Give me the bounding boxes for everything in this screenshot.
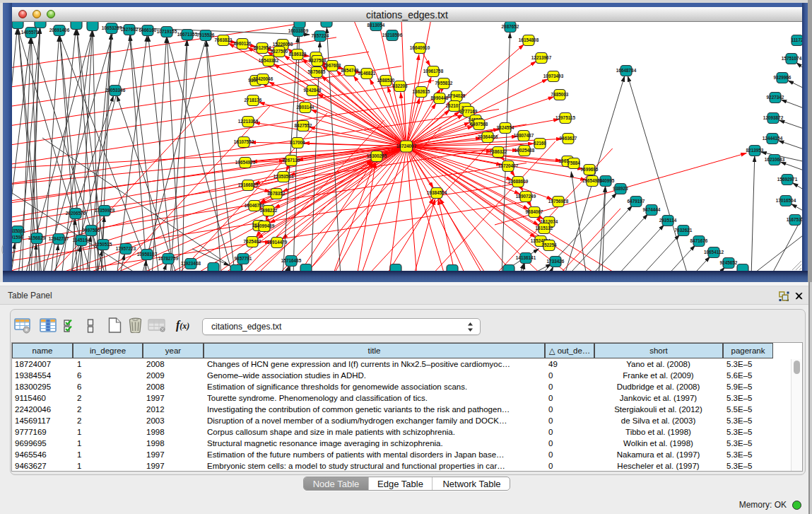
svg-text:17957223: 17957223	[116, 246, 136, 251]
svg-text:1733426: 1733426	[547, 259, 565, 264]
svg-text:18300295: 18300295	[367, 153, 387, 158]
svg-text:7515526: 7515526	[197, 33, 215, 37]
svg-text:20364436: 20364436	[478, 134, 498, 139]
svg-text:9242848: 9242848	[304, 88, 322, 93]
svg-text:2087652: 2087652	[502, 24, 519, 29]
svg-text:19654925: 19654925	[235, 160, 256, 165]
svg-text:19756928: 19756928	[548, 199, 569, 204]
svg-text:12975115: 12975115	[555, 115, 576, 120]
svg-text:9699695: 9699695	[581, 167, 599, 172]
svg-text:938923: 938923	[613, 186, 628, 191]
svg-text:6466160: 6466160	[139, 28, 157, 33]
svg-text:10653267: 10653267	[102, 25, 122, 30]
svg-text:9777169: 9777169	[460, 109, 478, 114]
svg-text:18907249: 18907249	[516, 194, 536, 199]
svg-text:2935114: 2935114	[659, 218, 677, 223]
svg-text:391594: 391594	[12, 235, 23, 240]
svg-text:12353594: 12353594	[273, 174, 294, 179]
svg-text:12444154: 12444154	[763, 136, 783, 141]
svg-text:1615132: 1615132	[536, 226, 553, 230]
svg-text:1498222: 1498222	[260, 208, 278, 213]
svg-text:9997586: 9997586	[83, 228, 100, 233]
svg-text:11923468: 11923468	[181, 261, 201, 266]
svg-text:8213953: 8213953	[746, 148, 764, 153]
svg-text:7485003: 7485003	[551, 92, 569, 97]
svg-text:15692971: 15692971	[777, 177, 798, 182]
svg-text:8960126: 8960126	[234, 41, 252, 46]
svg-text:19166825: 19166825	[238, 182, 259, 187]
svg-text:14136141: 14136141	[516, 255, 536, 260]
svg-text:14055712: 14055712	[21, 30, 42, 35]
svg-text:29053346: 29053346	[105, 88, 126, 93]
svg-text:10654112: 10654112	[704, 250, 724, 255]
svg-text:1527602: 1527602	[121, 27, 139, 32]
svg-text:10046786: 10046786	[245, 203, 265, 208]
svg-text:8186328: 8186328	[289, 52, 307, 57]
svg-text:14099489: 14099489	[254, 223, 275, 228]
svg-text:9857791: 9857791	[235, 256, 252, 261]
svg-text:23420046: 23420046	[253, 76, 273, 81]
svg-text:20206576: 20206576	[66, 211, 86, 216]
svg-text:9329966: 9329966	[774, 75, 792, 80]
svg-text:1145194: 1145194	[73, 238, 90, 243]
svg-text:18724007: 18724007	[396, 144, 417, 148]
svg-text:3824554: 3824554	[497, 125, 514, 130]
svg-text:15720407: 15720407	[498, 163, 519, 168]
svg-text:10961758: 10961758	[423, 69, 444, 74]
svg-text:6497568: 6497568	[471, 122, 488, 127]
svg-text:15751074: 15751074	[782, 56, 802, 61]
svg-text:2718176: 2718176	[245, 98, 262, 103]
svg-text:9684067: 9684067	[526, 209, 543, 214]
svg-text:8454749: 8454749	[341, 68, 359, 73]
svg-text:10688609: 10688609	[508, 179, 529, 184]
svg-text:2967608: 2967608	[324, 63, 341, 68]
svg-text:10025488: 10025488	[514, 148, 535, 153]
svg-text:252254: 252254	[541, 243, 557, 247]
svg-text:7955812: 7955812	[435, 81, 453, 86]
svg-text:10973493: 10973493	[543, 74, 564, 78]
svg-text:16671355: 16671355	[177, 32, 198, 37]
svg-text:8427552: 8427552	[295, 123, 312, 128]
svg-text:8678352: 8678352	[268, 191, 286, 196]
svg-text:17016504: 17016504	[776, 198, 796, 203]
svg-text:75884: 75884	[567, 160, 580, 165]
svg-text:12942737: 12942737	[49, 236, 69, 241]
svg-text:16154808: 16154808	[519, 37, 539, 42]
svg-text:7663822: 7663822	[215, 37, 233, 42]
svg-text:10958107: 10958107	[137, 252, 158, 257]
svg-text:16033809: 16033809	[288, 28, 309, 33]
svg-text:10807487: 10807487	[514, 133, 534, 138]
svg-text:1588520: 1588520	[377, 78, 395, 83]
svg-text:9327508: 9327508	[309, 58, 326, 63]
svg-text:7386322: 7386322	[490, 149, 507, 154]
svg-text:16648784: 16648784	[616, 68, 637, 73]
svg-text:7632621: 7632621	[675, 228, 693, 233]
svg-text:832203: 832203	[392, 83, 408, 88]
svg-text:2803144: 2803144	[297, 105, 314, 110]
svg-text:1362615: 1362615	[413, 89, 430, 94]
svg-text:8990448: 8990448	[431, 95, 449, 100]
svg-text:8267130: 8267130	[283, 158, 300, 163]
svg-text:16640910: 16640910	[410, 45, 430, 50]
svg-text:19384554: 19384554	[427, 190, 447, 195]
svg-text:9463627: 9463627	[560, 136, 577, 141]
svg-text:12213967: 12213967	[531, 55, 552, 60]
svg-text:9327500: 9327500	[271, 49, 288, 54]
svg-text:12213369: 12213369	[238, 119, 259, 124]
svg-text:8471676: 8471676	[690, 238, 708, 243]
svg-text:16914479: 16914479	[267, 240, 288, 245]
svg-text:19654923: 19654923	[582, 178, 603, 183]
svg-text:16210643: 16210643	[765, 157, 785, 162]
svg-text:1156829: 1156829	[28, 235, 46, 240]
svg-text:10719155: 10719155	[157, 29, 177, 34]
svg-text:17359928: 17359928	[95, 208, 115, 213]
svg-text:16107552: 16107552	[234, 139, 254, 144]
svg-text:15716485: 15716485	[281, 258, 302, 263]
svg-text:8813054: 8813054	[367, 23, 385, 28]
svg-text:9227342: 9227342	[767, 95, 784, 100]
svg-text:16782759: 16782759	[158, 256, 179, 261]
svg-text:62160: 62160	[534, 141, 546, 146]
svg-text:9146821: 9146821	[358, 71, 376, 76]
svg-text:12093872: 12093872	[763, 115, 784, 120]
svg-text:7857224: 7857224	[312, 33, 329, 38]
